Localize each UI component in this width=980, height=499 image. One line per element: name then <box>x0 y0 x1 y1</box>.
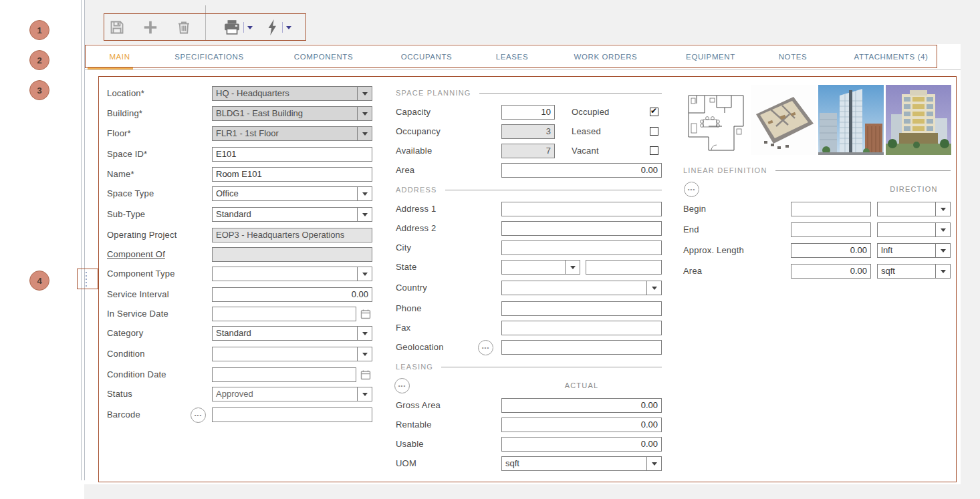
linear-definition-ellipsis-button[interactable] <box>684 182 699 197</box>
chevron-down-icon[interactable] <box>935 223 950 236</box>
field-label: Usable <box>396 437 424 452</box>
in-service-date-input[interactable] <box>212 307 356 321</box>
occupied-checkbox[interactable] <box>650 108 658 116</box>
component-type-select[interactable] <box>212 267 372 281</box>
gross-area-input[interactable]: 0.00 <box>501 398 662 413</box>
tab-notes[interactable]: NOTES <box>763 44 822 69</box>
print-button[interactable] <box>222 17 242 37</box>
phone-input[interactable] <box>501 301 662 316</box>
quick-actions-button[interactable] <box>262 17 282 37</box>
begin-direction-select[interactable] <box>877 202 951 216</box>
usable-input[interactable]: 0.00 <box>501 437 662 452</box>
uom-select[interactable]: sqft <box>501 456 662 471</box>
print-dropdown-button[interactable] <box>243 21 253 33</box>
approx-length-input[interactable]: 0.00 <box>791 243 871 258</box>
form-row-phone: Phone <box>396 301 662 316</box>
chevron-down-icon[interactable] <box>357 87 372 100</box>
panel-splitter[interactable] <box>81 0 85 480</box>
location-select[interactable]: HQ - Headquarters <box>212 86 372 101</box>
address1-input[interactable] <box>501 202 662 216</box>
splitter-grip-icon[interactable] <box>86 272 87 289</box>
building-select[interactable]: BLDG1 - East Building <box>212 106 372 121</box>
form-row-service-interval: Service Interval 0.00 <box>107 287 372 302</box>
tab-components[interactable]: COMPONENTS <box>265 44 382 69</box>
name-input[interactable]: Room E101 <box>212 167 372 182</box>
form-row-condition: Condition <box>107 347 372 361</box>
begin-input[interactable] <box>791 202 871 216</box>
section-leasing: LEASING <box>396 362 662 371</box>
chevron-down-icon[interactable] <box>935 244 950 257</box>
chevron-down-icon[interactable] <box>357 347 372 361</box>
chevron-down-icon[interactable] <box>357 187 372 200</box>
floor-select[interactable]: FLR1 - 1st Floor <box>212 126 372 141</box>
chevron-down-icon[interactable] <box>357 267 372 281</box>
form-row-component-of: Component Of <box>107 247 372 262</box>
space-id-input[interactable]: E101 <box>212 147 372 162</box>
high-rise-rendering-thumbnail[interactable] <box>818 85 884 155</box>
tab-main[interactable]: MAIN <box>86 44 154 69</box>
calendar-icon[interactable] <box>360 369 371 383</box>
linear-area-uom-select[interactable]: sqft <box>877 264 951 279</box>
vacant-checkbox[interactable] <box>650 146 658 155</box>
geolocation-input[interactable] <box>501 340 662 355</box>
chevron-down-icon[interactable] <box>357 127 372 140</box>
end-input[interactable] <box>791 222 871 237</box>
form-row-floor: Floor* FLR1 - 1st Floor <box>107 126 372 141</box>
barcode-input[interactable] <box>212 407 372 422</box>
chevron-down-icon[interactable] <box>646 457 661 470</box>
chevron-down-icon[interactable] <box>357 327 372 340</box>
component-of-link[interactable]: Component Of <box>107 247 165 262</box>
country-select[interactable] <box>501 281 662 295</box>
3d-floor-plan-thumbnail[interactable] <box>751 85 816 155</box>
building-rendering-thumbnail[interactable] <box>886 85 951 155</box>
city-input[interactable] <box>501 240 662 255</box>
calendar-icon[interactable] <box>360 309 371 322</box>
address2-input[interactable] <box>501 221 662 236</box>
trash-icon <box>176 19 192 35</box>
service-interval-input[interactable]: 0.00 <box>212 287 372 302</box>
sub-type-select[interactable]: Standard <box>212 207 372 222</box>
condition-date-input[interactable] <box>212 367 356 382</box>
condition-select[interactable] <box>212 347 372 361</box>
area-input[interactable]: 0.00 <box>501 163 662 178</box>
add-button[interactable] <box>140 17 160 37</box>
chevron-down-icon[interactable] <box>357 387 372 401</box>
field-label: State <box>396 260 416 275</box>
state-other-input[interactable] <box>586 260 662 275</box>
tab-leases[interactable]: LEASES <box>471 44 554 69</box>
geolocation-ellipsis-button[interactable] <box>478 340 493 355</box>
leasing-ellipsis-button[interactable] <box>394 378 410 393</box>
form-row-name: Name* Room E101 <box>107 167 372 182</box>
chevron-down-icon[interactable] <box>935 265 950 278</box>
barcode-ellipsis-button[interactable] <box>191 407 206 423</box>
tab-specifications[interactable]: SPECIFICATIONS <box>154 44 265 69</box>
tab-occupants[interactable]: OCCUPANTS <box>382 44 471 69</box>
chevron-down-icon[interactable] <box>357 107 372 120</box>
tab-equipment[interactable]: EQUIPMENT <box>658 44 763 69</box>
fax-input[interactable] <box>501 321 662 335</box>
status-select[interactable]: Approved <box>212 387 372 401</box>
quick-actions-dropdown-button[interactable] <box>282 21 291 33</box>
save-button[interactable] <box>107 17 127 37</box>
chevron-down-icon[interactable] <box>935 202 950 216</box>
end-direction-select[interactable] <box>877 222 951 237</box>
field-label: Capacity <box>396 105 431 120</box>
tab-work-orders[interactable]: WORK ORDERS <box>554 44 658 69</box>
chevron-down-icon[interactable] <box>357 208 372 221</box>
delete-button[interactable] <box>174 17 194 37</box>
category-select[interactable]: Standard <box>212 326 372 341</box>
tab-attachments[interactable]: ATTACHMENTS (4) <box>822 44 960 69</box>
form-row-address2: Address 2 <box>396 221 662 236</box>
space-type-select[interactable]: Office <box>212 186 372 201</box>
chevron-down-icon[interactable] <box>565 261 580 274</box>
capacity-input[interactable]: 10 <box>501 105 555 120</box>
leased-checkbox[interactable] <box>650 127 658 136</box>
section-space-planning: SPACE PLANNING <box>396 88 662 98</box>
linear-area-input[interactable]: 0.00 <box>791 264 871 279</box>
state-select[interactable] <box>501 260 580 275</box>
chevron-down-icon[interactable] <box>646 281 661 295</box>
approx-length-uom-select[interactable]: lnft <box>877 243 951 258</box>
rentable-input[interactable]: 0.00 <box>501 418 662 432</box>
callout-4: 4 <box>29 271 49 291</box>
2d-floor-plan-thumbnail[interactable] <box>683 85 749 155</box>
